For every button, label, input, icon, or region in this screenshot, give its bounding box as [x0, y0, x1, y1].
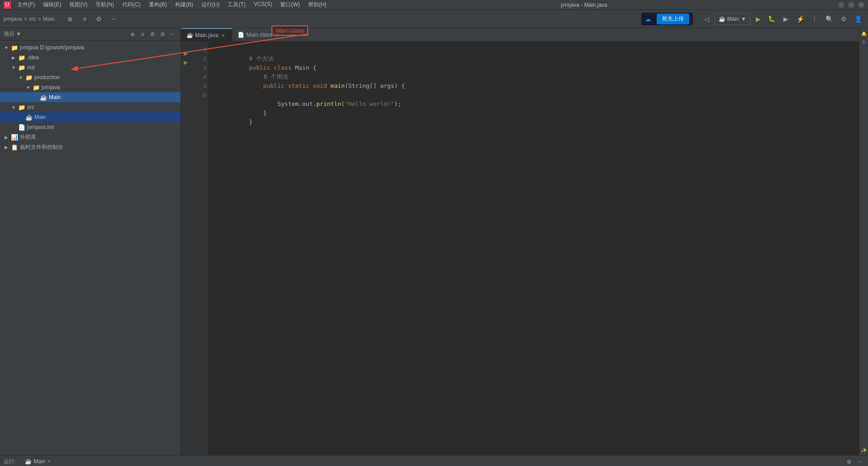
- terminal-panel: 运行: ☕ Main ✕ ⚙ − ▶ ⬛ ⟲ ↓ ≡ 🖨 ✕ 📌 "D:\Pro…: [0, 455, 868, 466]
- search-everywhere-button[interactable]: 🔍: [823, 13, 835, 25]
- tree-label: jvmjava.iml: [27, 124, 54, 130]
- run-gutter-icon2[interactable]: ▶: [181, 58, 190, 67]
- breadcrumb-src[interactable]: src: [29, 16, 36, 22]
- terminal-settings-icon[interactable]: ⚙: [844, 457, 854, 466]
- sidebar-header: 项目 ▼ ⊕ ≡ ⟰ ⚙ −: [0, 28, 181, 41]
- toolbar-right: ☁ 抢先上传 ◁ ☕ Main ▼ ▶ 🐛 ▶ ⚡ ⋮ 🔍 ⚙ 👤: [641, 13, 864, 25]
- menu-vcs[interactable]: VCS(S): [250, 0, 276, 10]
- tree-item-src[interactable]: ▼ 📁 src: [0, 102, 181, 112]
- menu-edit[interactable]: 编辑(E): [39, 0, 65, 10]
- tab-close-button[interactable]: ✕: [274, 32, 280, 38]
- more-run-button[interactable]: ⋮: [808, 13, 821, 25]
- tree-label: Main: [49, 94, 61, 100]
- app-logo: IJ: [4, 1, 11, 9]
- java-class-icon: ☕: [25, 114, 33, 121]
- brace-close: }: [263, 109, 267, 116]
- settings-button[interactable]: ⚙: [93, 13, 105, 25]
- breadcrumb-class[interactable]: Main: [43, 16, 55, 22]
- tree-item-iml[interactable]: 📄 jvmjava.iml: [0, 122, 181, 132]
- no-arrow: [33, 95, 38, 100]
- menu-code[interactable]: 代码(C): [119, 0, 144, 10]
- no-arrow: [11, 124, 16, 130]
- run-configuration[interactable]: ☕ Main ▼: [715, 13, 750, 25]
- notifications-icon[interactable]: 🔔: [860, 30, 868, 37]
- folder-icon: 📁: [33, 84, 40, 91]
- code-comment-line: 0 个方法: [214, 45, 854, 54]
- src-folder-icon: 📁: [18, 104, 25, 111]
- code-gutter: ▶ ▶: [181, 42, 190, 455]
- java-tab-icon: ☕: [186, 32, 193, 38]
- project-sidebar: 项目 ▼ ⊕ ≡ ⟰ ⚙ − ▼ 📁 jvmjava D:\gowork\jvm…: [0, 28, 181, 455]
- collapse-icon[interactable]: ⟰: [148, 30, 157, 39]
- menu-build[interactable]: 构建(B): [172, 0, 197, 10]
- tree-item-idea[interactable]: ▶ 📁 .idea: [0, 52, 181, 62]
- terminal-close-icon[interactable]: ✕: [47, 459, 51, 464]
- hide-button[interactable]: −: [107, 13, 120, 25]
- menu-refactor[interactable]: 重构(B): [145, 0, 171, 10]
- expand-all-icon[interactable]: ≡: [138, 30, 147, 39]
- brace-close2: }: [249, 119, 253, 125]
- tree-item-out[interactable]: ▼ 📁 out: [0, 62, 181, 72]
- copilot-icon[interactable]: ✨: [860, 446, 868, 453]
- tree-item-ext-libs[interactable]: ▶ 📊 外部库: [0, 132, 181, 142]
- tab-close-button[interactable]: ✕: [220, 32, 226, 38]
- tab-main-java[interactable]: ☕ Main.java ✕: [181, 28, 232, 42]
- menu-window[interactable]: 窗口(W): [277, 0, 303, 10]
- editor-area: ☕ Main.java ✕ 📄 Main.class ✕ ▶ ▶ 1 2 3 4…: [181, 28, 859, 455]
- line-num-3: 3: [192, 63, 206, 72]
- expand-arrow: ▶: [11, 55, 16, 60]
- expand-arrow: ▼: [18, 75, 24, 80]
- settings2-button[interactable]: ⚙: [837, 13, 850, 25]
- class-tab-icon: 📄: [238, 32, 244, 38]
- coverage-button[interactable]: ▶: [779, 13, 792, 25]
- run-button[interactable]: ▶: [752, 13, 764, 25]
- menu-run[interactable]: 运行(U): [198, 0, 224, 10]
- tree-label: src: [27, 104, 34, 110]
- keyword-static: static: [288, 82, 313, 89]
- close-button[interactable]: ✕: [858, 2, 864, 8]
- profile-button[interactable]: ⚡: [794, 13, 806, 25]
- no-arrow: [18, 114, 24, 120]
- locate-icon[interactable]: ⊕: [128, 30, 137, 39]
- user-button[interactable]: 👤: [852, 13, 864, 25]
- menu-navigate[interactable]: 导航(N): [92, 0, 118, 10]
- class-icon: ☕: [40, 94, 47, 101]
- tree-settings-icon[interactable]: ⚙: [158, 30, 167, 39]
- terminal-tab-main[interactable]: ☕ Main ✕: [21, 456, 54, 466]
- comment-text: 0 个方法: [249, 55, 274, 62]
- tree-item-jvmjava-out[interactable]: ▼ 📁 jvmjava: [0, 82, 181, 92]
- tab-main-class[interactable]: 📄 Main.class ✕: [232, 28, 286, 42]
- menu-tools[interactable]: 工具(T): [224, 0, 249, 10]
- tree-item-production[interactable]: ▼ 📁 production: [0, 72, 181, 82]
- main-area: 项目 ▼ ⊕ ≡ ⟰ ⚙ − ▼ 📁 jvmjava D:\gowork\jvm…: [0, 28, 868, 455]
- tree-item-main-java[interactable]: ☕ Main: [0, 112, 181, 122]
- maximize-button[interactable]: □: [848, 2, 854, 8]
- tree-item-temp[interactable]: ▶ 📋 临时文件和控制台: [0, 142, 181, 152]
- collapse-all-button[interactable]: ≡: [78, 13, 91, 25]
- menu-view[interactable]: 视图(V): [66, 0, 91, 10]
- tree-label: .idea: [27, 54, 39, 61]
- menu-help[interactable]: 帮助(H): [305, 0, 330, 10]
- code-editor[interactable]: 0 个方法 public class Main { 0 个用法 public s…: [208, 42, 859, 455]
- breadcrumb-project[interactable]: jvmjava: [4, 16, 22, 22]
- line-num-4: 4: [192, 72, 206, 81]
- tree-item-jvmjava[interactable]: ▼ 📁 jvmjava D:\gowork\jvmjava: [0, 43, 181, 52]
- minimize-button[interactable]: −: [838, 2, 844, 8]
- breadcrumb-sep2: >: [38, 16, 41, 22]
- comment-text2: 0 个用法: [249, 73, 288, 80]
- debug-button[interactable]: 🐛: [766, 13, 777, 25]
- keyword-public2: public: [263, 82, 288, 89]
- back-button[interactable]: ◁: [700, 13, 713, 25]
- tree-label: jvmjava D:\gowork\jvmjava: [20, 44, 84, 51]
- method-println: println: [316, 100, 341, 107]
- hide-sidebar-icon[interactable]: −: [168, 30, 177, 39]
- method-main: main: [330, 82, 344, 89]
- locate-file-button[interactable]: ⊕: [64, 13, 76, 25]
- upload-button[interactable]: 抢先上传: [657, 14, 689, 24]
- terminal-minimize-icon[interactable]: −: [855, 457, 864, 466]
- problems-icon[interactable]: ⚠: [860, 38, 868, 45]
- string-hello: "Hello world!": [345, 100, 395, 107]
- run-gutter-icon[interactable]: ▶: [181, 49, 190, 58]
- menu-file[interactable]: 文件(F): [14, 0, 38, 10]
- tree-item-main-class[interactable]: ☕ Main: [0, 92, 181, 102]
